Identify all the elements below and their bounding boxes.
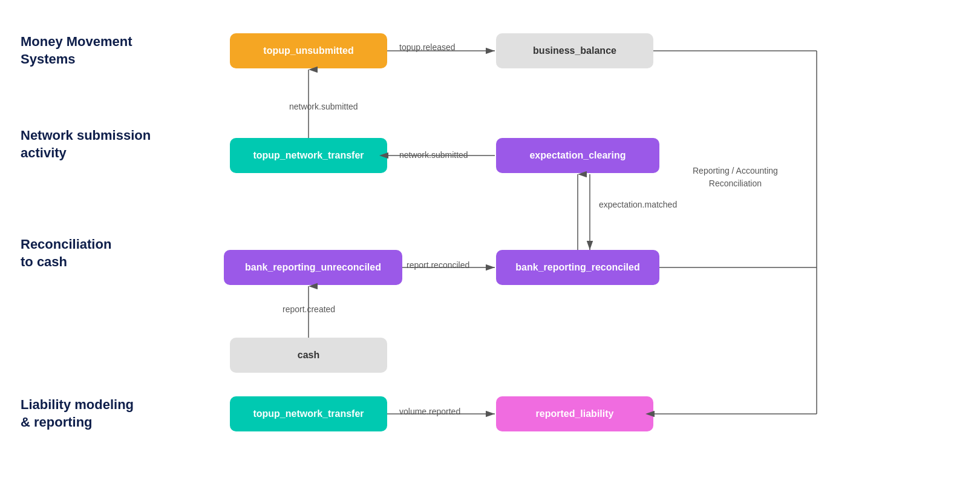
diagram-container: Money MovementSystems Network submission…: [0, 0, 980, 498]
section-reconciliation: Reconciliationto cash: [21, 236, 154, 270]
section-money-movement: Money MovementSystems: [21, 33, 154, 68]
section-network-submission: Network submissionactivity: [21, 127, 166, 162]
section-liability: Liability modeling& reporting: [21, 396, 166, 431]
node-topup-network-transfer-bottom: topup_network_transfer: [230, 396, 387, 431]
edge-label-reporting-accounting: Reporting / AccountingReconciliation: [693, 165, 778, 190]
node-topup-network-transfer-top: topup_network_transfer: [230, 138, 387, 173]
node-business-balance: business_balance: [496, 33, 653, 68]
node-reported-liability: reported_liability: [496, 396, 653, 431]
edge-label-volume-reported: volume.reported: [399, 407, 460, 416]
edge-label-expectation-matched: expectation.matched: [599, 200, 677, 209]
edge-label-network-submitted-left: network.submitted: [399, 150, 468, 160]
node-expectation-clearing: expectation_clearing: [496, 138, 659, 173]
edge-label-topup-released: topup.released: [399, 42, 456, 52]
edge-label-network-submitted-up: network.submitted: [289, 102, 358, 111]
edge-label-report-created: report.created: [283, 304, 335, 314]
node-bank-reporting-unreconciled: bank_reporting_unreconciled: [224, 250, 402, 285]
node-cash: cash: [230, 338, 387, 373]
node-bank-reporting-reconciled: bank_reporting_reconciled: [496, 250, 659, 285]
edge-label-report-reconciled: report.reconciled: [407, 260, 469, 270]
node-topup-unsubmitted: topup_unsubmitted: [230, 33, 387, 68]
